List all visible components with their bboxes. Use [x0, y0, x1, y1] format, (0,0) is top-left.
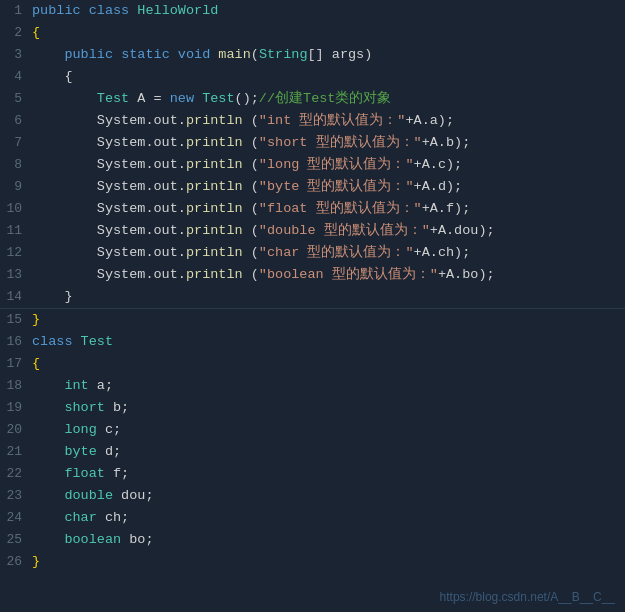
line-number: 21 [0, 441, 30, 463]
line-content: int a; [30, 375, 625, 397]
code-line: 24 char ch; [0, 507, 625, 529]
code-line: 9 System.out.println ("byte 型的默认值为："+A.d… [0, 176, 625, 198]
line-content: System.out.println ("boolean 型的默认值为："+A.… [30, 264, 625, 286]
line-number: 4 [0, 66, 30, 88]
line-content: System.out.println ("float 型的默认值为："+A.f)… [30, 198, 625, 220]
line-number: 13 [0, 264, 30, 286]
code-line: 1public class HelloWorld [0, 0, 625, 22]
line-content: float f; [30, 463, 625, 485]
line-content: { [30, 66, 625, 88]
line-number: 1 [0, 0, 30, 22]
line-number: 22 [0, 463, 30, 485]
line-content: { [30, 22, 625, 44]
line-content: System.out.println ("short 型的默认值为："+A.b)… [30, 132, 625, 154]
line-content: short b; [30, 397, 625, 419]
code-line: 23 double dou; [0, 485, 625, 507]
line-number: 6 [0, 110, 30, 132]
line-number: 3 [0, 44, 30, 66]
code-line: 18 int a; [0, 375, 625, 397]
line-content: byte d; [30, 441, 625, 463]
code-line: 25 boolean bo; [0, 529, 625, 551]
line-content: System.out.println ("long 型的默认值为："+A.c); [30, 154, 625, 176]
line-number: 25 [0, 529, 30, 551]
line-number: 18 [0, 375, 30, 397]
line-content: public class HelloWorld [30, 0, 625, 22]
line-number: 10 [0, 198, 30, 220]
code-line: 8 System.out.println ("long 型的默认值为："+A.c… [0, 154, 625, 176]
line-content: Test A = new Test();//创建Test类的对象 [30, 88, 625, 110]
line-number: 23 [0, 485, 30, 507]
code-line: 12 System.out.println ("char 型的默认值为："+A.… [0, 242, 625, 264]
code-line: 11 System.out.println ("double 型的默认值为："+… [0, 220, 625, 242]
code-line: 19 short b; [0, 397, 625, 419]
line-number: 19 [0, 397, 30, 419]
code-line: 7 System.out.println ("short 型的默认值为："+A.… [0, 132, 625, 154]
line-content: System.out.println ("double 型的默认值为："+A.d… [30, 220, 625, 242]
line-number: 26 [0, 551, 30, 573]
code-line: 17{ [0, 353, 625, 375]
line-content: System.out.println ("char 型的默认值为："+A.ch)… [30, 242, 625, 264]
line-number: 17 [0, 353, 30, 375]
line-number: 5 [0, 88, 30, 110]
line-number: 14 [0, 286, 30, 308]
line-number: 8 [0, 154, 30, 176]
line-content: } [30, 309, 625, 331]
code-line: 14 } [0, 286, 625, 308]
line-number: 11 [0, 220, 30, 242]
code-line: 5 Test A = new Test();//创建Test类的对象 [0, 88, 625, 110]
line-content: class Test [30, 331, 625, 353]
line-content: } [30, 286, 625, 308]
line-number: 16 [0, 331, 30, 353]
line-number: 9 [0, 176, 30, 198]
line-number: 12 [0, 242, 30, 264]
code-line: 20 long c; [0, 419, 625, 441]
code-editor: 1public class HelloWorld2{3 public stati… [0, 0, 625, 612]
line-content: long c; [30, 419, 625, 441]
line-content: System.out.println ("int 型的默认值为："+A.a); [30, 110, 625, 132]
line-number: 15 [0, 309, 30, 331]
code-line: 6 System.out.println ("int 型的默认值为："+A.a)… [0, 110, 625, 132]
line-content: } [30, 551, 625, 573]
line-content: System.out.println ("byte 型的默认值为："+A.d); [30, 176, 625, 198]
line-content: double dou; [30, 485, 625, 507]
watermark: https://blog.csdn.net/A__B__C__ [440, 590, 615, 604]
code-line: 26} [0, 551, 625, 573]
line-number: 7 [0, 132, 30, 154]
code-line: 4 { [0, 66, 625, 88]
code-line: 13 System.out.println ("boolean 型的默认值为："… [0, 264, 625, 286]
code-line: 15} [0, 308, 625, 331]
line-content: public static void main(String[] args) [30, 44, 625, 66]
code-line: 22 float f; [0, 463, 625, 485]
line-content: char ch; [30, 507, 625, 529]
line-content: boolean bo; [30, 529, 625, 551]
line-content: { [30, 353, 625, 375]
code-line: 21 byte d; [0, 441, 625, 463]
line-number: 24 [0, 507, 30, 529]
code-line: 10 System.out.println ("float 型的默认值为："+A… [0, 198, 625, 220]
code-line: 16class Test [0, 331, 625, 353]
code-line: 2{ [0, 22, 625, 44]
code-line: 3 public static void main(String[] args) [0, 44, 625, 66]
line-number: 20 [0, 419, 30, 441]
line-number: 2 [0, 22, 30, 44]
